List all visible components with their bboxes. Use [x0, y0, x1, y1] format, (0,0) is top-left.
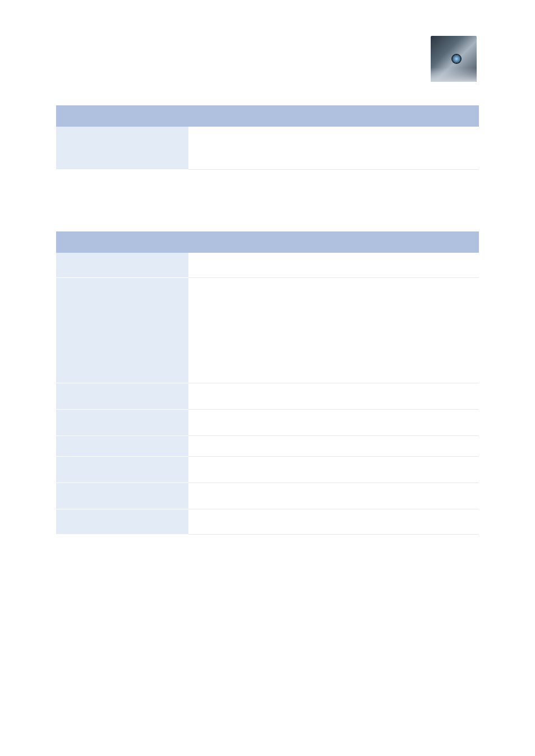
table-1-row-1-value [188, 127, 479, 169]
table-2-row-3 [56, 383, 479, 410]
wolf-eye-logo [431, 36, 477, 82]
table-2-header-left [56, 231, 188, 253]
table-2-row-3-label [56, 383, 188, 410]
table-2-row-8-value [188, 509, 479, 535]
table-2-row-5-value [188, 436, 479, 457]
table-2-row-5-label [56, 436, 188, 457]
table-2-row-7-value [188, 483, 479, 509]
table-2-row-1 [56, 253, 479, 278]
table-2-row-8 [56, 509, 479, 535]
table-2-header-row [56, 231, 479, 253]
table-2-row-4 [56, 410, 479, 436]
table-gap [56, 170, 479, 231]
table-1-header-right [188, 105, 479, 127]
table-1-header-row [56, 105, 479, 127]
table-2-row-4-value [188, 410, 479, 436]
table-2-row-7-label [56, 483, 188, 509]
table-2-row-5 [56, 436, 479, 457]
table-1-row-1-label [56, 127, 188, 169]
table-2-row-6-label [56, 457, 188, 483]
content-area [56, 105, 479, 535]
page-container [0, 0, 535, 535]
table-2-row-4-label [56, 410, 188, 436]
table-2-header-right [188, 231, 479, 253]
table-2-row-6 [56, 457, 479, 483]
table-2-row-1-value [188, 253, 479, 278]
table-2-row-6-value [188, 457, 479, 483]
table-2-row-2 [56, 278, 479, 383]
table-2-row-8-label [56, 509, 188, 535]
table-1-header-left [56, 105, 188, 127]
table-2-row-1-label [56, 253, 188, 278]
table-2-row-2-label [56, 278, 188, 383]
table-2-row-7 [56, 483, 479, 509]
table-2-row-3-value [188, 383, 479, 410]
table-1-row-1 [56, 127, 479, 169]
table-1 [56, 105, 479, 170]
table-2 [56, 231, 479, 535]
table-2-row-2-value [188, 278, 479, 383]
